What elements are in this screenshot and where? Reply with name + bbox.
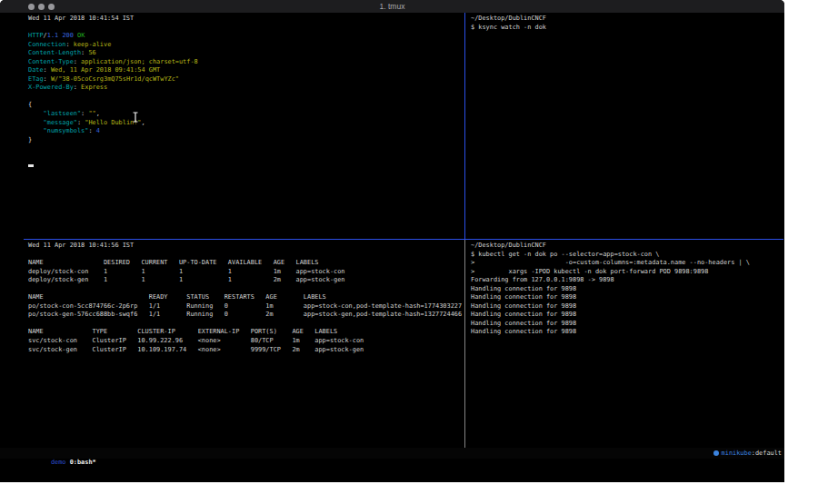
pane-http-response[interactable]: Wed 11 Apr 2018 10:41:54 ISTHTTP/1.1 200… — [28, 15, 461, 236]
session-name-label: demo — [51, 459, 66, 466]
terminal-window: 1. tmux Wed 11 Apr 2018 10:41:54 ISTHTTP… — [0, 0, 784, 482]
terminal-text-segment: } — [28, 136, 32, 143]
terminal-line: Handling connection for 9898 — [471, 328, 780, 337]
terminal-text-segment — [28, 110, 44, 117]
terminal-line: { — [28, 101, 461, 110]
kube-namespace-label: :default — [752, 449, 782, 458]
terminal-line: svc/stock-con ClusterIP 10.99.222.96 <no… — [28, 337, 461, 346]
terminal-text-segment: Connection — [28, 41, 66, 48]
window-tab-bash[interactable]: 0:bash* — [70, 459, 96, 466]
terminal-text-segment: , — [96, 110, 100, 117]
terminal-text-segment: 4 — [96, 127, 100, 134]
terminal-text-segment: NAME TYPE CLUSTER-IP EXTERNAL-IP PORT(S)… — [28, 328, 337, 335]
pane-ksync-watch[interactable]: ~/Desktop/DublinCNCF$ ksync watch -n dok — [471, 15, 780, 236]
terminal-line: Content-Type: application/json; charset=… — [28, 58, 461, 67]
terminal-text-segment: Forwarding from 127.0.0.1:9898 -> 9898 — [471, 276, 614, 283]
terminal-line — [28, 93, 461, 102]
terminal-text-segment: HTTP — [28, 32, 44, 39]
terminal-text-segment: NAME READY STATUS RESTARTS AGE LABELS — [28, 293, 326, 301]
terminal-line: Handling connection for 9898 — [471, 293, 780, 302]
terminal-text-segment: "numsymbols" — [44, 127, 89, 134]
terminal-line — [28, 251, 461, 260]
terminal-line: ~/Desktop/DublinCNCF — [471, 242, 780, 251]
terminal-line: } — [28, 136, 461, 145]
terminal-line — [28, 285, 461, 294]
terminal-line: deploy/stock-gen 1 1 1 1 2m app=stock-ge… — [28, 276, 461, 285]
status-bar: demo 0:bash* minikube:default — [0, 448, 784, 459]
terminal-text-segment: Handling connection for 9898 — [471, 302, 576, 310]
pane-kubectl-resources[interactable]: Wed 11 Apr 2018 10:41:56 ISTNAME DESIRED… — [28, 242, 461, 445]
terminal-text-segment: Wed 11 Apr 2018 10:41:54 IST — [28, 15, 134, 22]
terminal-cursor — [28, 164, 34, 168]
pane-divider-horizontal[interactable] — [24, 239, 783, 240]
terminal-line: Date: Wed, 11 Apr 2018 09:41:54 GMT — [28, 66, 461, 75]
terminal-text-segment: > xargs -IPOD kubectl -n dok port-forwar… — [471, 268, 708, 275]
terminal-text-segment: Handling connection for 9898 — [471, 293, 576, 301]
terminal-text-segment: ETag — [28, 75, 44, 83]
terminal-text-segment: Content-Length — [28, 49, 81, 56]
terminal-line: Content-Length: 56 — [28, 49, 461, 58]
terminal-text-segment: "message" — [44, 119, 77, 126]
terminal-text-segment: svc/stock-gen ClusterIP 10.109.197.74 <n… — [28, 346, 364, 353]
pane-divider-vertical-top[interactable] — [464, 13, 465, 239]
terminal-line: "message": "Hello Dublin!", — [28, 119, 461, 128]
terminal-line: Connection: keep-alive — [28, 41, 461, 50]
pane-port-forward[interactable]: ~/Desktop/DublinCNCF$ kubectl get -n dok… — [471, 242, 780, 445]
terminal-text-segment: : — [74, 84, 81, 91]
terminal-line: Handling connection for 9898 — [471, 311, 780, 320]
terminal-line: $ kubectl get -n dok po --selector=app=s… — [471, 251, 780, 260]
terminal-line: NAME TYPE CLUSTER-IP EXTERNAL-IP PORT(S)… — [28, 328, 461, 337]
terminal-line: "numsymbols": 4 — [28, 127, 461, 136]
terminal-line — [28, 320, 461, 329]
terminal-text-segment: Wed, 11 Apr 2018 09:41:54 GMT — [51, 66, 160, 74]
terminal-line — [28, 153, 461, 163]
window-title: 1. tmux — [0, 2, 784, 11]
terminal-text-segment: $ ksync watch -n dok — [471, 24, 546, 31]
terminal-line: "lastseen": "", — [28, 110, 461, 119]
terminal-line — [28, 24, 461, 33]
terminal-text-segment: : — [44, 75, 51, 83]
terminal-line — [28, 162, 461, 171]
terminal-text-segment: Handling connection for 9898 — [471, 328, 576, 335]
terminal-line: Handling connection for 9898 — [471, 302, 780, 311]
terminal-text-segment: po/stock-gen-576cc688bb-swqf6 1/1 Runnin… — [28, 311, 462, 318]
terminal-text-segment: 56 — [88, 49, 95, 56]
terminal-text-segment — [28, 127, 44, 134]
terminal-text-segment: Handling connection for 9898 — [471, 320, 576, 327]
terminal-text-segment: OK — [77, 32, 85, 39]
terminal-text-segment: : — [74, 58, 81, 65]
terminal-line: Handling connection for 9898 — [471, 285, 780, 294]
terminal-line: > xargs -IPOD kubectl -n dok port-forwar… — [471, 268, 780, 277]
terminal-text-segment: X-Powered-By — [28, 84, 74, 91]
terminal-text-segment: , — [142, 119, 145, 126]
terminal-text-segment: application/json; charset=utf-8 — [81, 58, 198, 65]
terminal-text-segment: W/"38-05coCsrg3mQ75sHr1d/qcWTwYZc" — [51, 75, 179, 83]
terminal-line: po/stock-gen-576cc688bb-swqf6 1/1 Runnin… — [28, 311, 461, 320]
terminal-text-segment: : — [66, 41, 74, 48]
terminal-text-segment: Handling connection for 9898 — [471, 285, 576, 292]
terminal-text-segment: 1.1 — [47, 32, 58, 39]
titlebar[interactable]: 1. tmux — [0, 0, 784, 13]
terminal-text-segment: "lastseen" — [44, 110, 82, 117]
mouse-cursor-ibeam — [132, 112, 139, 123]
terminal-text-segment: ~/Desktop/DublinCNCF — [471, 15, 546, 22]
terminal-text-segment: Wed 11 Apr 2018 10:41:56 IST — [28, 242, 134, 249]
terminal-line — [28, 144, 461, 153]
terminal-line: ETag: W/"38-05coCsrg3mQ75sHr1d/qcWTwYZc" — [28, 75, 461, 84]
terminal-line: Wed 11 Apr 2018 10:41:56 IST — [28, 242, 461, 251]
terminal-text-segment: ~/Desktop/DublinCNCF — [471, 242, 546, 249]
terminal-line: ~/Desktop/DublinCNCF — [471, 15, 780, 24]
terminal-text-segment: "" — [88, 110, 95, 117]
terminal-text-segment: : — [44, 66, 51, 74]
terminal-line: NAME DESIRED CURRENT UP-TO-DATE AVAILABL… — [28, 259, 461, 268]
terminal-line: HTTP/1.1 200 OK — [28, 32, 461, 41]
terminal-text-segment: NAME DESIRED CURRENT UP-TO-DATE AVAILABL… — [28, 259, 318, 266]
terminal-line: Wed 11 Apr 2018 10:41:54 IST — [28, 15, 461, 24]
terminal-text-segment — [28, 119, 44, 126]
terminal-line: po/stock-con-5cc874766c-2p6rp 1/1 Runnin… — [28, 302, 461, 311]
terminal-text-segment: po/stock-con-5cc874766c-2p6rp 1/1 Runnin… — [28, 302, 462, 310]
kube-context-label: minikube — [722, 449, 752, 458]
terminal-text-segment: Content-Type — [28, 58, 74, 65]
pane-divider-vertical-bottom[interactable] — [464, 240, 465, 448]
terminal-text-segment: Date — [28, 66, 44, 74]
